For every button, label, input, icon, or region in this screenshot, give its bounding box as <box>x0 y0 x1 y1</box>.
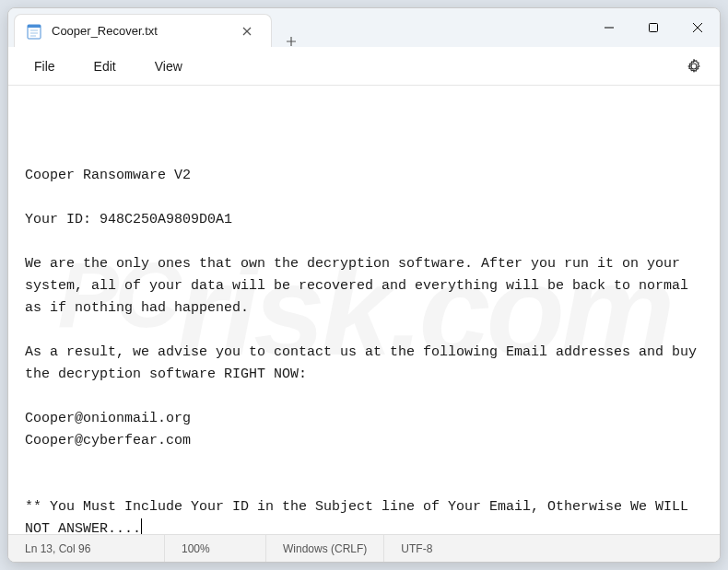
status-zoom[interactable]: 100% <box>165 535 266 562</box>
maximize-icon <box>648 22 659 33</box>
status-encoding: UTF-8 <box>384 535 720 562</box>
settings-button[interactable] <box>677 50 710 83</box>
menu-file[interactable]: File <box>18 53 72 79</box>
window-controls <box>587 8 720 47</box>
plus-icon <box>286 36 297 47</box>
titlebar-drag-area[interactable] <box>311 8 587 47</box>
new-tab-button[interactable] <box>272 36 311 47</box>
minimize-button[interactable] <box>587 8 631 47</box>
tab-title: Cooper_Recover.txt <box>52 24 225 38</box>
notepad-icon <box>26 23 42 40</box>
status-eol: Windows (CRLF) <box>266 535 384 562</box>
gear-icon <box>686 58 702 75</box>
close-tab-button[interactable] <box>234 18 260 44</box>
text-line: ** You Must Include Your ID in the Subje… <box>25 499 697 534</box>
menu-view[interactable]: View <box>138 53 199 79</box>
menubar: File Edit View <box>8 47 720 86</box>
titlebar: Cooper_Recover.txt <box>8 8 720 47</box>
text-cursor <box>141 518 142 534</box>
text-line: We are the only ones that own the decryp… <box>25 256 697 316</box>
document-text: Cooper Ransomware V2 Your ID: 948C250A98… <box>25 165 703 534</box>
menu-edit[interactable]: Edit <box>77 53 133 79</box>
document-tab[interactable]: Cooper_Recover.txt <box>14 14 272 47</box>
close-icon <box>692 22 703 33</box>
svg-rect-10 <box>650 24 658 32</box>
text-line: As a result, we advise you to contact us… <box>25 344 705 382</box>
text-line: Cooper Ransomware V2 <box>25 168 191 183</box>
close-window-button[interactable] <box>675 8 720 47</box>
notepad-window: Cooper_Recover.txt <box>7 7 721 563</box>
text-line: Cooper@onionmail.org <box>25 411 191 426</box>
close-icon <box>242 27 252 36</box>
text-editor[interactable]: PCrisk.com Cooper Ransomware V2 Your ID:… <box>8 86 720 534</box>
svg-rect-1 <box>28 25 41 28</box>
text-line: Your ID: 948C250A9809D0A1 <box>25 212 232 227</box>
minimize-icon <box>604 22 615 33</box>
text-line: Cooper@cyberfear.com <box>25 433 191 448</box>
tab-area: Cooper_Recover.txt <box>8 8 311 47</box>
maximize-button[interactable] <box>631 8 675 47</box>
status-position: Ln 13, Col 96 <box>8 535 165 562</box>
statusbar: Ln 13, Col 96 100% Windows (CRLF) UTF-8 <box>8 534 720 562</box>
